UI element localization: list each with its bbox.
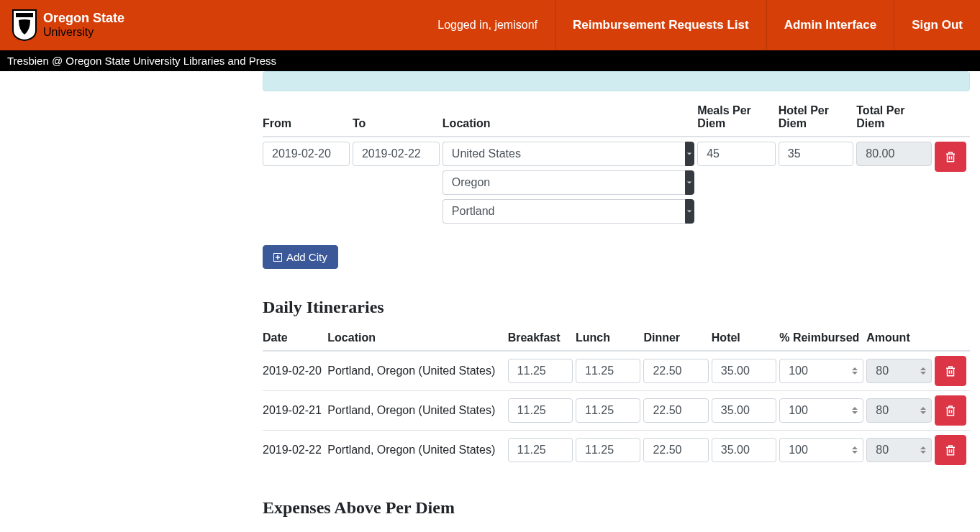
pct-reimbursed-input[interactable] xyxy=(779,359,863,383)
col-header-location: Location xyxy=(443,101,697,137)
city-row xyxy=(263,137,970,228)
to-date-input[interactable] xyxy=(353,142,440,166)
chevron-down-icon[interactable] xyxy=(685,170,695,195)
hotel-input[interactable] xyxy=(712,359,776,383)
delete-itinerary-button[interactable] xyxy=(935,356,966,386)
city-table: From To Location Meals Per Diem Hotel Pe… xyxy=(263,101,970,228)
col-header-hotel: Hotel Per Diem xyxy=(779,101,857,137)
itinerary-table: Date Location Breakfast Lunch Dinner Hot… xyxy=(263,327,970,469)
country-select[interactable] xyxy=(443,142,685,166)
plus-square-icon xyxy=(273,253,282,262)
top-header: Oregon State University Logged in, jemis… xyxy=(0,0,980,50)
trash-icon xyxy=(944,403,957,418)
city-select[interactable] xyxy=(443,199,685,224)
col-header-breakfast: Breakfast xyxy=(508,327,576,351)
pct-reimbursed-input[interactable] xyxy=(779,398,863,423)
pct-reimbursed-input[interactable] xyxy=(779,438,863,462)
hotel-input[interactable] xyxy=(712,398,776,423)
col-header-date: Date xyxy=(263,327,327,351)
itin-date: 2019-02-21 xyxy=(263,391,327,431)
org-name-line2: University xyxy=(43,26,124,39)
col-header-to: To xyxy=(353,101,443,137)
col-header-from: From xyxy=(263,101,353,137)
trash-icon xyxy=(944,150,957,164)
from-date-input[interactable] xyxy=(263,142,350,166)
state-select[interactable] xyxy=(443,170,685,195)
itin-date: 2019-02-22 xyxy=(263,431,327,470)
col-header-meals: Meals Per Diem xyxy=(697,101,779,137)
expenses-heading: Expenses Above Per Diem xyxy=(263,498,970,518)
meals-per-diem-input[interactable] xyxy=(697,142,776,166)
breakfast-input[interactable] xyxy=(508,398,573,423)
hotel-input[interactable] xyxy=(712,438,776,462)
itinerary-row: 2019-02-20Portland, Oregon (United State… xyxy=(263,351,970,391)
dinner-input[interactable] xyxy=(643,398,708,423)
lunch-input[interactable] xyxy=(576,359,640,383)
total-per-diem-output xyxy=(856,142,932,166)
org-logo[interactable]: Oregon State University xyxy=(0,9,136,42)
hotel-per-diem-input[interactable] xyxy=(779,142,854,166)
amount-output xyxy=(866,438,931,462)
chevron-down-icon[interactable] xyxy=(685,142,695,166)
itinerary-row: 2019-02-21Portland, Oregon (United State… xyxy=(263,391,970,431)
col-header-hotel: Hotel xyxy=(712,327,779,351)
add-city-label: Add City xyxy=(286,251,327,263)
shield-icon xyxy=(12,9,37,42)
org-name-line1: Oregon State xyxy=(43,12,124,26)
logged-in-text: Logged in, jemisonf xyxy=(420,19,555,32)
lunch-input[interactable] xyxy=(576,438,640,462)
info-banner xyxy=(263,71,970,91)
breadcrumb-text: Tresbien @ Oregon State University Libra… xyxy=(7,55,276,67)
itin-location: Portland, Oregon (United States) xyxy=(327,351,507,391)
chevron-down-icon[interactable] xyxy=(685,199,695,224)
delete-city-button[interactable] xyxy=(935,142,966,172)
add-city-button[interactable]: Add City xyxy=(263,245,338,269)
col-header-dinner: Dinner xyxy=(643,327,711,351)
breakfast-input[interactable] xyxy=(508,359,573,383)
dinner-input[interactable] xyxy=(643,359,708,383)
breadcrumb-bar: Tresbien @ Oregon State University Libra… xyxy=(0,50,980,71)
itinerary-row: 2019-02-22Portland, Oregon (United State… xyxy=(263,431,970,470)
breakfast-input[interactable] xyxy=(508,438,573,462)
col-header-location: Location xyxy=(327,327,507,351)
amount-output xyxy=(866,359,931,383)
col-header-lunch: Lunch xyxy=(576,327,643,351)
amount-output xyxy=(866,398,931,423)
org-name: Oregon State University xyxy=(43,12,124,38)
lunch-input[interactable] xyxy=(576,398,640,423)
itin-date: 2019-02-20 xyxy=(263,351,327,391)
col-header-amount: Amount xyxy=(866,327,934,351)
delete-itinerary-button[interactable] xyxy=(935,395,966,426)
itin-location: Portland, Oregon (United States) xyxy=(327,391,507,431)
trash-icon xyxy=(944,364,957,378)
daily-itineraries-heading: Daily Itineraries xyxy=(263,298,970,317)
trash-icon xyxy=(944,443,957,457)
nav-reimbursement-requests[interactable]: Reimbursement Requests List xyxy=(555,0,766,50)
delete-itinerary-button[interactable] xyxy=(935,435,966,465)
col-header-pct: % Reimbursed xyxy=(779,327,866,351)
dinner-input[interactable] xyxy=(643,438,708,462)
itin-location: Portland, Oregon (United States) xyxy=(327,431,507,470)
nav-admin-interface[interactable]: Admin Interface xyxy=(766,0,894,50)
col-header-total: Total Per Diem xyxy=(856,101,935,137)
nav-sign-out[interactable]: Sign Out xyxy=(894,0,980,50)
